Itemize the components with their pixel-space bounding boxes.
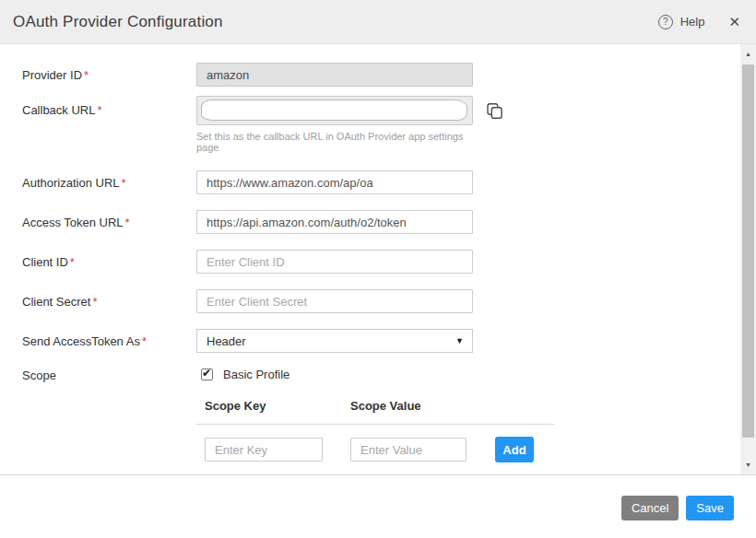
client-id-label-text: Client ID [22, 255, 68, 269]
dialog-title: OAuth Provider Configuration [13, 13, 223, 31]
copy-icon [486, 102, 503, 120]
client-secret-label-text: Client Secret [22, 295, 90, 309]
close-icon[interactable]: ✕ [728, 15, 740, 29]
scope-key-header: Scope Key [205, 399, 350, 413]
authorization-url-label: Authorization URL* [22, 170, 196, 194]
cancel-button[interactable]: Cancel [621, 496, 679, 520]
required-asterisk: * [125, 216, 130, 229]
dialog-footer: Cancel Save [0, 474, 756, 538]
scope-value-input[interactable] [350, 438, 467, 462]
callback-url-row: Callback URL* Set this as the callback U… [22, 96, 740, 153]
access-token-url-label: Access Token URL* [22, 210, 196, 234]
client-id-row: Client ID* [22, 250, 740, 274]
scope-table-headers: Scope Key Scope Value [196, 397, 554, 424]
checkbox-check-icon: ✔ [202, 367, 211, 380]
authorization-url-input[interactable] [196, 170, 473, 194]
client-secret-label: Client Secret* [22, 289, 196, 313]
save-button[interactable]: Save [686, 496, 734, 520]
scope-input-row: Add [196, 437, 554, 462]
required-asterisk: * [122, 176, 126, 190]
required-asterisk: * [142, 334, 147, 348]
required-asterisk: * [92, 295, 97, 309]
client-id-input[interactable] [196, 250, 473, 274]
provider-id-row: Provider ID* [22, 63, 740, 87]
scroll-up-button[interactable]: ▲ [740, 46, 756, 62]
send-access-token-row: Send AccessToken As* Header ▼ [22, 329, 740, 353]
authorization-url-row: Authorization URL* [22, 170, 740, 194]
required-asterisk: * [70, 255, 75, 269]
help-label: Help [680, 15, 705, 29]
callback-url-field [196, 96, 473, 125]
scope-key-input[interactable] [205, 438, 323, 462]
help-button[interactable]: ? Help [658, 15, 705, 29]
send-access-token-label: Send AccessToken As* [22, 329, 196, 353]
form-area: Provider ID* Callback URL* Set this as t… [0, 44, 740, 474]
client-secret-row: Client Secret* [22, 289, 740, 313]
provider-id-label-text: Provider ID [22, 68, 82, 82]
dialog-body: Provider ID* Callback URL* Set this as t… [0, 44, 756, 474]
scope-table-divider [196, 424, 554, 425]
oauth-provider-dialog: OAuth Provider Configuration ? Help ✕ Pr… [0, 0, 756, 538]
required-asterisk: * [84, 68, 89, 82]
scroll-down-button[interactable]: ▼ [740, 457, 756, 473]
copy-callback-url-button[interactable] [486, 102, 503, 120]
callback-url-label: Callback URL* [22, 96, 196, 117]
client-secret-input[interactable] [196, 289, 473, 313]
send-access-token-label-text: Send AccessToken As [22, 334, 140, 348]
select-value: Header [207, 334, 246, 348]
send-access-token-select[interactable]: Header ▼ [196, 329, 473, 353]
provider-id-label: Provider ID* [22, 63, 196, 87]
required-asterisk: * [97, 103, 101, 117]
scope-basic-profile-checkbox[interactable]: ✔ Basic Profile [196, 368, 473, 381]
add-scope-button[interactable]: Add [495, 437, 534, 462]
scroll-thumb[interactable] [742, 64, 754, 438]
checkbox-box: ✔ [201, 368, 213, 380]
chevron-down-icon: ▼ [455, 336, 464, 345]
authorization-url-label-text: Authorization URL [22, 176, 120, 190]
scope-row: Scope ✔ Basic Profile [22, 368, 740, 382]
callback-url-redaction [201, 99, 467, 121]
callback-helper-text: Set this as the callback URL in OAuth Pr… [196, 131, 473, 153]
scope-label: Scope [22, 368, 196, 382]
access-token-url-input[interactable] [196, 210, 473, 234]
scrollbar[interactable]: ▲ ▼ [740, 44, 756, 474]
provider-id-input [196, 63, 473, 87]
client-id-label: Client ID* [22, 250, 196, 274]
help-icon: ? [658, 15, 673, 29]
dialog-header: OAuth Provider Configuration ? Help ✕ [0, 0, 756, 44]
access-token-url-label-text: Access Token URL [22, 216, 124, 229]
scope-value-header: Scope Value [350, 399, 421, 413]
scope-table: Scope Key Scope Value Add [196, 397, 554, 462]
callback-url-label-text: Callback URL [22, 103, 95, 117]
scope-checkbox-label: Basic Profile [223, 368, 289, 381]
access-token-url-row: Access Token URL* [22, 210, 740, 234]
